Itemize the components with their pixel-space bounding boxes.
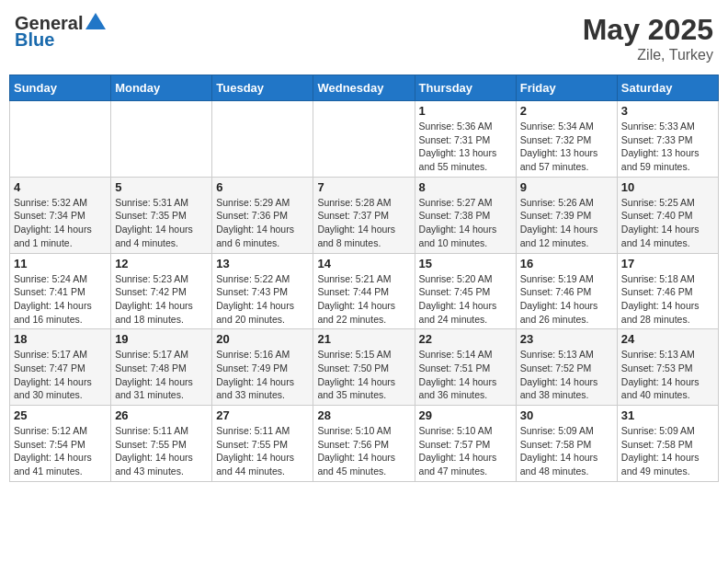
calendar-cell: 30Sunrise: 5:09 AMSunset: 7:58 PMDayligh… xyxy=(516,406,617,482)
day-number: 1 xyxy=(419,104,512,118)
day-number: 22 xyxy=(419,332,512,346)
day-info: Sunrise: 5:19 AMSunset: 7:46 PMDaylight:… xyxy=(520,272,613,327)
calendar-cell: 27Sunrise: 5:11 AMSunset: 7:55 PMDayligh… xyxy=(212,406,313,482)
day-number: 14 xyxy=(317,257,410,270)
day-info: Sunrise: 5:11 AMSunset: 7:55 PMDaylight:… xyxy=(216,424,309,478)
calendar-cell: 20Sunrise: 5:16 AMSunset: 7:49 PMDayligh… xyxy=(212,329,313,406)
calendar-cell: 10Sunrise: 5:25 AMSunset: 7:40 PMDayligh… xyxy=(617,177,718,253)
day-info: Sunrise: 5:09 AMSunset: 7:58 PMDaylight:… xyxy=(621,424,714,478)
day-info: Sunrise: 5:09 AMSunset: 7:58 PMDaylight:… xyxy=(520,424,613,478)
day-info: Sunrise: 5:31 AMSunset: 7:35 PMDaylight:… xyxy=(115,196,208,250)
day-number: 20 xyxy=(216,332,309,346)
svg-marker-0 xyxy=(85,13,106,29)
calendar-cell: 29Sunrise: 5:10 AMSunset: 7:57 PMDayligh… xyxy=(415,406,516,482)
calendar-cell: 6Sunrise: 5:29 AMSunset: 7:36 PMDaylight… xyxy=(212,177,313,253)
day-number: 29 xyxy=(419,408,512,422)
day-number: 23 xyxy=(520,332,613,346)
day-info: Sunrise: 5:11 AMSunset: 7:55 PMDaylight:… xyxy=(115,424,208,478)
day-number: 6 xyxy=(216,180,309,194)
location: Zile, Turkey xyxy=(583,47,713,63)
calendar-cell xyxy=(111,101,212,178)
day-info: Sunrise: 5:14 AMSunset: 7:51 PMDaylight:… xyxy=(419,348,512,402)
day-info: Sunrise: 5:32 AMSunset: 7:34 PMDaylight:… xyxy=(14,196,107,250)
calendar-cell: 21Sunrise: 5:15 AMSunset: 7:50 PMDayligh… xyxy=(313,329,415,406)
day-info: Sunrise: 5:13 AMSunset: 7:53 PMDaylight:… xyxy=(621,348,714,402)
day-info: Sunrise: 5:23 AMSunset: 7:42 PMDaylight:… xyxy=(115,272,208,327)
calendar-week-row: 1Sunrise: 5:36 AMSunset: 7:31 PMDaylight… xyxy=(10,101,719,178)
day-info: Sunrise: 5:24 AMSunset: 7:41 PMDaylight:… xyxy=(14,272,107,327)
day-info: Sunrise: 5:28 AMSunset: 7:37 PMDaylight:… xyxy=(317,196,410,250)
day-info: Sunrise: 5:33 AMSunset: 7:33 PMDaylight:… xyxy=(621,120,714,174)
day-info: Sunrise: 5:18 AMSunset: 7:46 PMDaylight:… xyxy=(621,272,714,327)
day-number: 25 xyxy=(14,408,107,422)
day-info: Sunrise: 5:16 AMSunset: 7:49 PMDaylight:… xyxy=(216,348,309,402)
calendar-cell: 3Sunrise: 5:33 AMSunset: 7:33 PMDaylight… xyxy=(617,101,718,178)
calendar-cell: 12Sunrise: 5:23 AMSunset: 7:42 PMDayligh… xyxy=(111,253,212,329)
day-number: 11 xyxy=(14,257,107,270)
calendar-cell: 14Sunrise: 5:21 AMSunset: 7:44 PMDayligh… xyxy=(313,253,415,329)
header-wednesday: Wednesday xyxy=(313,75,415,101)
day-number: 30 xyxy=(520,408,613,422)
calendar-cell: 25Sunrise: 5:12 AMSunset: 7:54 PMDayligh… xyxy=(10,406,111,482)
calendar-cell: 28Sunrise: 5:10 AMSunset: 7:56 PMDayligh… xyxy=(313,406,415,482)
calendar-cell: 22Sunrise: 5:14 AMSunset: 7:51 PMDayligh… xyxy=(415,329,516,406)
day-number: 9 xyxy=(520,180,613,194)
calendar-table: SundayMondayTuesdayWednesdayThursdayFrid… xyxy=(9,75,719,482)
day-info: Sunrise: 5:20 AMSunset: 7:45 PMDaylight:… xyxy=(419,272,512,327)
calendar-cell: 24Sunrise: 5:13 AMSunset: 7:53 PMDayligh… xyxy=(617,329,718,406)
calendar-cell: 23Sunrise: 5:13 AMSunset: 7:52 PMDayligh… xyxy=(516,329,617,406)
calendar-cell: 16Sunrise: 5:19 AMSunset: 7:46 PMDayligh… xyxy=(516,253,617,329)
day-info: Sunrise: 5:29 AMSunset: 7:36 PMDaylight:… xyxy=(216,196,309,250)
logo-blue: Blue xyxy=(15,29,54,50)
calendar-cell: 9Sunrise: 5:26 AMSunset: 7:39 PMDaylight… xyxy=(516,177,617,253)
day-number: 15 xyxy=(419,257,512,270)
day-info: Sunrise: 5:34 AMSunset: 7:32 PMDaylight:… xyxy=(520,120,613,174)
calendar-cell: 18Sunrise: 5:17 AMSunset: 7:47 PMDayligh… xyxy=(10,329,111,406)
day-info: Sunrise: 5:13 AMSunset: 7:52 PMDaylight:… xyxy=(520,348,613,402)
calendar-cell xyxy=(212,101,313,178)
calendar-week-row: 25Sunrise: 5:12 AMSunset: 7:54 PMDayligh… xyxy=(10,406,719,482)
header-sunday: Sunday xyxy=(10,75,111,101)
header-thursday: Thursday xyxy=(415,75,516,101)
day-number: 3 xyxy=(621,104,714,118)
calendar-header-row: SundayMondayTuesdayWednesdayThursdayFrid… xyxy=(10,75,719,101)
calendar-cell: 17Sunrise: 5:18 AMSunset: 7:46 PMDayligh… xyxy=(617,253,718,329)
day-number: 26 xyxy=(115,408,208,422)
header-saturday: Saturday xyxy=(617,75,718,101)
day-number: 19 xyxy=(115,332,208,346)
day-number: 28 xyxy=(317,408,410,422)
day-info: Sunrise: 5:12 AMSunset: 7:54 PMDaylight:… xyxy=(14,424,107,478)
day-number: 5 xyxy=(115,180,208,194)
calendar-cell: 8Sunrise: 5:27 AMSunset: 7:38 PMDaylight… xyxy=(415,177,516,253)
calendar-week-row: 11Sunrise: 5:24 AMSunset: 7:41 PMDayligh… xyxy=(10,253,719,329)
month-title: May 2025 xyxy=(583,13,713,47)
day-info: Sunrise: 5:10 AMSunset: 7:56 PMDaylight:… xyxy=(317,424,410,478)
logo: General Blue xyxy=(15,13,106,50)
day-number: 12 xyxy=(115,257,208,270)
header-friday: Friday xyxy=(516,75,617,101)
day-number: 24 xyxy=(621,332,714,346)
day-number: 2 xyxy=(520,104,613,118)
day-number: 16 xyxy=(520,257,613,270)
day-number: 31 xyxy=(621,408,714,422)
calendar-week-row: 18Sunrise: 5:17 AMSunset: 7:47 PMDayligh… xyxy=(10,329,719,406)
calendar-cell: 11Sunrise: 5:24 AMSunset: 7:41 PMDayligh… xyxy=(10,253,111,329)
title-area: May 2025 Zile, Turkey xyxy=(583,13,713,63)
day-info: Sunrise: 5:26 AMSunset: 7:39 PMDaylight:… xyxy=(520,196,613,250)
day-number: 27 xyxy=(216,408,309,422)
logo-triangle-icon xyxy=(85,11,106,31)
calendar-cell: 5Sunrise: 5:31 AMSunset: 7:35 PMDaylight… xyxy=(111,177,212,253)
calendar-cell: 4Sunrise: 5:32 AMSunset: 7:34 PMDaylight… xyxy=(10,177,111,253)
day-info: Sunrise: 5:36 AMSunset: 7:31 PMDaylight:… xyxy=(419,120,512,174)
day-info: Sunrise: 5:25 AMSunset: 7:40 PMDaylight:… xyxy=(621,196,714,250)
day-number: 10 xyxy=(621,180,714,194)
calendar-cell xyxy=(313,101,415,178)
day-info: Sunrise: 5:21 AMSunset: 7:44 PMDaylight:… xyxy=(317,272,410,327)
calendar-cell: 2Sunrise: 5:34 AMSunset: 7:32 PMDaylight… xyxy=(516,101,617,178)
header-tuesday: Tuesday xyxy=(212,75,313,101)
day-number: 8 xyxy=(419,180,512,194)
day-number: 18 xyxy=(14,332,107,346)
day-number: 21 xyxy=(317,332,410,346)
header: General Blue May 2025 Zile, Turkey xyxy=(9,9,719,67)
day-info: Sunrise: 5:15 AMSunset: 7:50 PMDaylight:… xyxy=(317,348,410,402)
